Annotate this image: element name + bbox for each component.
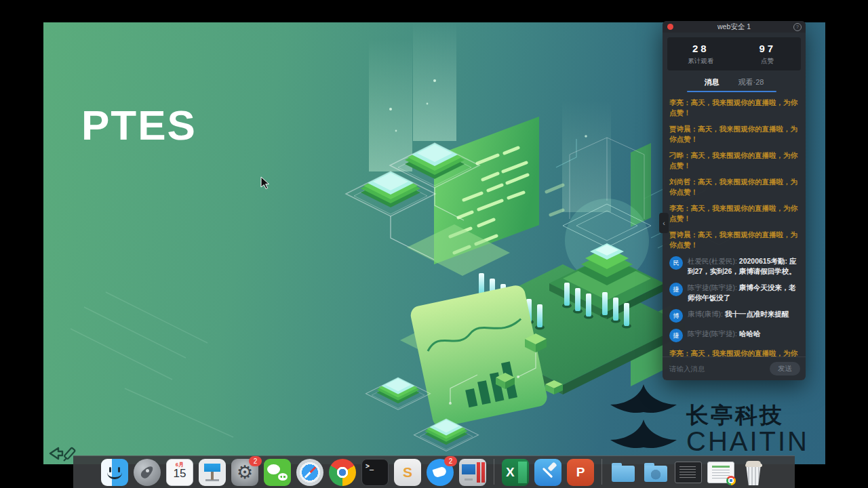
powerpoint-icon: P — [567, 459, 594, 486]
terminal-glyph: >_ — [362, 460, 388, 485]
slide-title: PTES — [81, 101, 197, 149]
chat-message: 李亮：高天，我来围观你的直播啦，为你点赞！ — [669, 98, 799, 118]
dock-icon-launchpad[interactable] — [134, 459, 161, 486]
folder-apps-icon — [610, 459, 637, 486]
powerpoint-glyph: P — [567, 459, 594, 486]
back-arrow-icon — [50, 448, 62, 459]
dock-icon-sublime[interactable]: S — [394, 459, 421, 486]
message-author: 杜爱民(杜爱民): — [688, 257, 739, 265]
dock: 6月15⚙2>_S2XP — [73, 455, 795, 488]
dock-icon-keynote[interactable] — [199, 459, 226, 486]
message-body: 康博(康博): 我十一点准时来提醒 — [688, 309, 789, 323]
dock-icon-parallels[interactable] — [459, 459, 486, 486]
message-list[interactable]: 李亮：高天，我来围观你的直播啦，为你点赞！ 贾诗晨：高天，我来围观你的直播啦，为… — [663, 92, 806, 357]
panel-title: web安全 1 — [717, 22, 751, 32]
calendar-day: 15 — [167, 467, 193, 481]
close-icon[interactable] — [667, 24, 673, 30]
dock-icon-folder-downloads[interactable] — [642, 459, 669, 486]
dock-icon-finder[interactable] — [101, 459, 128, 486]
chat-message: 李亮：高天，我来围观你的直播啦，为你点赞！ — [669, 203, 799, 224]
terminal-icon: >_ — [361, 459, 389, 486]
views-label: 累计观看 — [667, 57, 734, 66]
calendar-icon: 6月15 — [166, 459, 193, 486]
wechat-icon — [264, 459, 291, 486]
avatar: 民 — [669, 256, 683, 270]
chat-message: 捷 陈宇捷(陈宇捷): 康博今天没来，老师你午饭没了 — [669, 283, 799, 303]
dock-separator — [494, 459, 494, 485]
dock-icon-calendar[interactable]: 6月15 — [166, 459, 193, 486]
chat-message: 民 杜爱民(杜爱民): 20200615考勤: 应到27，实到26，康博请假回学… — [669, 256, 799, 277]
dock-icon-wechat[interactable] — [264, 459, 291, 486]
watermark-en: CHAITIN — [686, 428, 809, 455]
stat-views: 28 累计观看 — [667, 43, 734, 66]
min-terminal-icon — [675, 462, 702, 483]
chat-message: 贾诗晨：高天，我来围观你的直播啦，为你点赞！ — [669, 124, 799, 144]
mouse-cursor — [260, 176, 270, 190]
parallels-icon — [459, 459, 486, 486]
dock-icon-min-terminal[interactable] — [675, 459, 702, 486]
panel-tabs: 消息 观看·28 — [663, 72, 806, 92]
chaitin-watermark: 长亭科技 CHAITIN — [605, 384, 809, 455]
finder-icon — [101, 459, 128, 486]
chat-message: 捷 陈宇捷(陈宇捷): 哈哈哈 — [669, 329, 799, 342]
sublime-glyph: S — [394, 459, 421, 486]
dock-icon-xcode[interactable] — [534, 459, 561, 486]
message-body: 陈宇捷(陈宇捷): 康博今天没来，老师你午饭没了 — [688, 283, 799, 303]
dock-icon-min-document[interactable] — [707, 459, 734, 486]
dock-icon-excel[interactable]: X — [502, 459, 529, 486]
message-body: 陈宇捷(陈宇捷): 哈哈哈 — [688, 329, 760, 342]
tab-viewers[interactable]: 观看·28 — [738, 77, 764, 87]
avatar: 捷 — [669, 329, 683, 342]
help-icon[interactable]: ? — [793, 23, 802, 31]
avatar: 捷 — [669, 283, 683, 296]
avatar: 博 — [669, 309, 683, 323]
launchpad-icon — [134, 459, 161, 486]
chat-message: 博 康博(康博): 我十一点准时来提醒 — [669, 309, 799, 323]
chat-message: 李亮：高天，我来围观你的直播啦，为你点赞！ — [669, 348, 799, 357]
dock-icon-safari[interactable] — [296, 459, 323, 486]
collapse-panel-handle[interactable]: ‹ — [659, 213, 669, 233]
trash-icon — [740, 459, 767, 486]
dock-icon-powerpoint[interactable]: P — [567, 459, 594, 486]
tab-messages[interactable]: 消息 — [705, 77, 719, 87]
panel-titlebar[interactable]: web安全 1 ? — [663, 21, 806, 33]
dock-icon-trash[interactable] — [740, 459, 767, 486]
stat-likes: 97 点赞 — [734, 43, 802, 66]
dock-icon-terminal[interactable]: >_ — [361, 459, 389, 486]
chat-message: 贾诗晨：高天，我来围观你的直播啦，为你点赞！ — [669, 230, 799, 250]
dock-separator — [601, 459, 602, 485]
watermark-cn: 长亭科技 — [686, 404, 784, 426]
dock-icon-settings[interactable]: ⚙2 — [231, 459, 258, 486]
excel-icon: X — [502, 459, 529, 486]
message-body: 杜爱民(杜爱民): 20200615考勤: 应到27，实到26，康博请假回学校。 — [688, 256, 799, 277]
keynote-icon — [199, 459, 226, 486]
viewer-stats: 28 累计观看 97 点赞 — [667, 37, 801, 70]
message-author: 陈宇捷(陈宇捷): — [688, 329, 739, 338]
chat-message: 刘尚哲：高天，我来围观你的直播啦，为你点赞！ — [669, 177, 799, 197]
message-text: 哈哈哈 — [739, 329, 761, 338]
message-input-bar: 发送 — [663, 357, 806, 380]
message-input[interactable] — [668, 364, 766, 373]
chrome-icon — [329, 459, 356, 486]
excel-glyph: X — [502, 459, 529, 486]
dock-icon-folder-apps[interactable] — [610, 459, 637, 486]
folder-downloads-icon — [642, 459, 669, 486]
sublime-icon: S — [394, 459, 421, 486]
dock-icon-dingtalk[interactable]: 2 — [427, 459, 454, 486]
likes-count: 97 — [734, 43, 802, 54]
notification-badge: 2 — [444, 456, 457, 466]
send-button[interactable]: 发送 — [770, 362, 800, 375]
views-count: 28 — [667, 43, 734, 54]
message-text: 我十一点准时来提醒 — [725, 310, 789, 318]
live-chat-panel: web安全 1 ? 28 累计观看 97 点赞 消息 观看·28 李亮：高天，我… — [663, 21, 806, 380]
likes-label: 点赞 — [734, 57, 802, 66]
safari-icon — [296, 459, 323, 486]
min-document-icon — [707, 462, 734, 483]
chaitin-logo-icon — [605, 384, 681, 455]
dock-icon-chrome[interactable] — [329, 459, 356, 486]
message-author: 康博(康博): — [688, 310, 725, 318]
xcode-icon — [534, 459, 561, 486]
notification-badge: 2 — [249, 456, 262, 466]
chat-message: 刁晔：高天，我来围观你的直播啦，为你点赞！ — [669, 150, 799, 171]
message-author: 陈宇捷(陈宇捷): — [688, 283, 739, 291]
